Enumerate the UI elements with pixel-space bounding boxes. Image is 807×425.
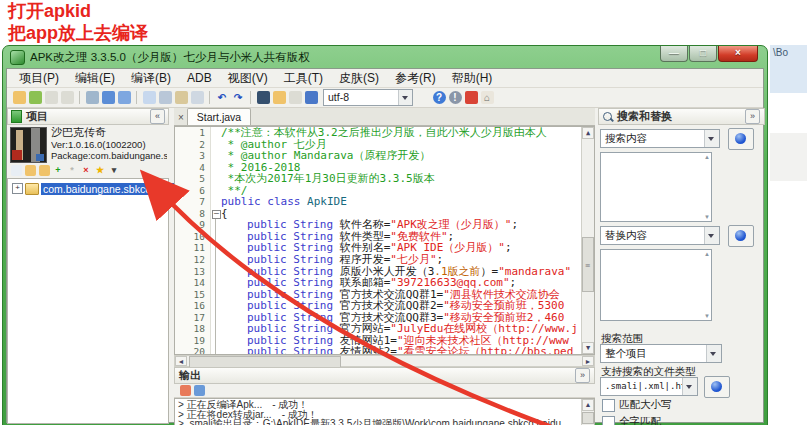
add-icon[interactable]: +	[53, 165, 64, 176]
menu-item-6[interactable]: 工具(T)	[276, 69, 331, 87]
editor-vertical-scrollbar[interactable]: ▲ ≡ ▼	[581, 127, 594, 354]
tree-row[interactable]: + com.baidungane.sbkcq.baidu	[12, 182, 168, 195]
filetype-dropdown-icon[interactable]	[682, 378, 697, 395]
disabled-icon-1[interactable]	[45, 91, 58, 104]
fold-marker	[211, 208, 221, 220]
search-combo-dropdown-icon[interactable]	[704, 130, 719, 147]
output-scroll-thumb[interactable]	[582, 412, 594, 424]
replace-action-button[interactable]	[728, 225, 754, 247]
project-tree[interactable]: + com.baidungane.sbkcq.baidu	[7, 178, 169, 424]
tree-expand-icon[interactable]: +	[12, 183, 23, 194]
tab-start-java[interactable]: Start.java	[187, 108, 251, 125]
code-line-15: 15public String 官方技术交流QQ群1="泗县软件技术交流协会	[175, 289, 594, 301]
disabled-icon-3[interactable]	[289, 91, 302, 104]
clear-log-icon[interactable]	[180, 385, 191, 396]
ta-down-icon[interactable]: ▼	[704, 214, 710, 220]
find-icon[interactable]	[257, 91, 270, 104]
scroll-left-icon[interactable]: ◄	[175, 356, 187, 366]
save-icon[interactable]	[86, 91, 99, 104]
filetype-action-button[interactable]	[704, 376, 730, 398]
editor-horizontal-scrollbar[interactable]: ◄ ►	[174, 355, 595, 367]
minimize-button[interactable]: —	[660, 46, 688, 62]
tree-item-selected[interactable]: com.baidungane.sbkcq.baidu	[41, 183, 182, 195]
paste-icon[interactable]	[175, 91, 188, 104]
search-more-button[interactable]: »	[745, 109, 760, 124]
editor-scroll-thumb[interactable]: ≡	[582, 237, 594, 292]
help-icon[interactable]: ?	[433, 91, 446, 104]
search-action-button[interactable]	[728, 128, 754, 150]
home-icon[interactable]: ⌂	[481, 91, 494, 104]
menu-item-3[interactable]: 编译(B)	[123, 69, 179, 87]
disabled-icon-2[interactable]	[61, 91, 74, 104]
line-number: 13	[175, 266, 211, 278]
undo-icon[interactable]: ↶	[216, 91, 229, 104]
encoding-dropdown-icon[interactable]	[398, 90, 412, 105]
code-line-11: 11public String 软件别名="APK IDE（少月版）";	[175, 242, 594, 254]
search-text-area[interactable]: ▲ ▼	[600, 152, 712, 222]
line-number: 15	[175, 289, 211, 301]
collapse-panel-button[interactable]: «	[150, 109, 165, 124]
menu-item-9[interactable]: 帮助(H)	[444, 69, 501, 87]
save-all-icon[interactable]	[102, 91, 115, 104]
open-folder-icon[interactable]	[273, 91, 286, 104]
output-log[interactable]: > 正在反编译Apk... - 成功！> 正在将dex转成jar... - 成功…	[174, 398, 595, 425]
encoding-select[interactable]: utf-8	[323, 89, 413, 106]
favorite-icon[interactable]: ★	[95, 165, 106, 176]
tab-close-icon[interactable]: ×	[178, 112, 184, 123]
new-file-icon[interactable]	[11, 165, 22, 176]
menu-item-4[interactable]: ADB	[179, 69, 220, 87]
replace-combo-dropdown-icon[interactable]	[704, 227, 719, 244]
search-replace-panel: 搜索和替换 » 搜索内容 ▲ ▼ 替换内容	[598, 108, 765, 424]
copy-icon[interactable]	[143, 91, 156, 104]
replace-text-area[interactable]: ▲ ▼	[600, 249, 712, 321]
code-text: public String 官方技术交流QQ群1="泗县软件技术交流协会	[221, 289, 594, 301]
match-case-checkbox[interactable]	[602, 399, 615, 412]
fold-marker	[211, 312, 221, 324]
titlebar[interactable]: APK改之理 3.3.5.0（少月版）七少月与小米人共有版权 — □ ×	[6, 46, 764, 68]
output-scroll-up-icon[interactable]: ▲	[582, 399, 594, 411]
save-as-icon[interactable]	[118, 91, 131, 104]
ta-up-icon[interactable]: ▲	[704, 154, 710, 160]
menu-item-7[interactable]: 皮肤(S)	[331, 69, 387, 87]
close-button[interactable]: ×	[718, 46, 758, 62]
line-number: 20	[175, 346, 211, 355]
new-project-icon[interactable]	[29, 91, 42, 104]
scope-combo[interactable]: 整个项目	[600, 344, 722, 363]
replace-content-combo[interactable]: 替换内容	[600, 226, 720, 245]
output-scrollbar[interactable]: ▲	[581, 399, 594, 425]
copy-log-icon[interactable]	[194, 385, 205, 396]
cut-icon[interactable]	[159, 91, 172, 104]
remove-dim-icon[interactable]: *	[67, 165, 78, 176]
code-text: public String 官方技术交流QQ群3="移动安全预前班2，460	[221, 312, 594, 324]
code-line-19: 19public String 友情网站1="迎向未来技术社区（http://w…	[175, 335, 594, 347]
search-content-combo[interactable]: 搜索内容	[600, 129, 720, 148]
filetype-combo[interactable]: .smali|.xml|.html|.	[600, 377, 698, 396]
menu-item-5[interactable]: 视图(V)	[220, 69, 276, 87]
weibo-icon[interactable]	[465, 91, 478, 104]
code-line-6: 6 **/	[175, 185, 594, 197]
menu-item-8[interactable]: 参考(R)	[387, 69, 444, 87]
redo-icon[interactable]: ↷	[232, 91, 245, 104]
ta-down-icon2[interactable]: ▼	[704, 313, 710, 319]
whole-word-checkbox[interactable]	[602, 416, 615, 425]
folder-up-icon[interactable]	[25, 165, 36, 176]
favorite-caret-icon[interactable]: ▾	[109, 165, 120, 176]
scroll-down-icon[interactable]: ▼	[582, 342, 594, 354]
output-more-button[interactable]: »	[575, 368, 590, 383]
image-tool-icon[interactable]	[305, 91, 318, 104]
menu-item-1[interactable]: 项目(P)	[11, 69, 67, 87]
line-number: 19	[175, 335, 211, 347]
menu-item-2[interactable]: 编辑(E)	[67, 69, 123, 87]
scroll-right-icon[interactable]: ►	[582, 356, 594, 366]
folder-view-icon[interactable]	[39, 165, 50, 176]
scroll-up-icon[interactable]: ▲	[582, 127, 594, 139]
scope-dropdown-icon[interactable]	[706, 345, 721, 362]
maximize-button[interactable]: □	[689, 46, 717, 62]
line-number: 3	[175, 150, 211, 162]
ta-up-icon2[interactable]: ▲	[704, 251, 710, 257]
delete-icon[interactable]: ×	[81, 165, 92, 176]
format-icon[interactable]	[191, 91, 204, 104]
about-icon[interactable]: !	[449, 91, 462, 104]
open-apk-icon[interactable]	[13, 91, 26, 104]
code-editor[interactable]: 1/**注意：本软件从3.2之后推出少月版，自此小米人少月版由本人2 * @au…	[174, 126, 595, 355]
